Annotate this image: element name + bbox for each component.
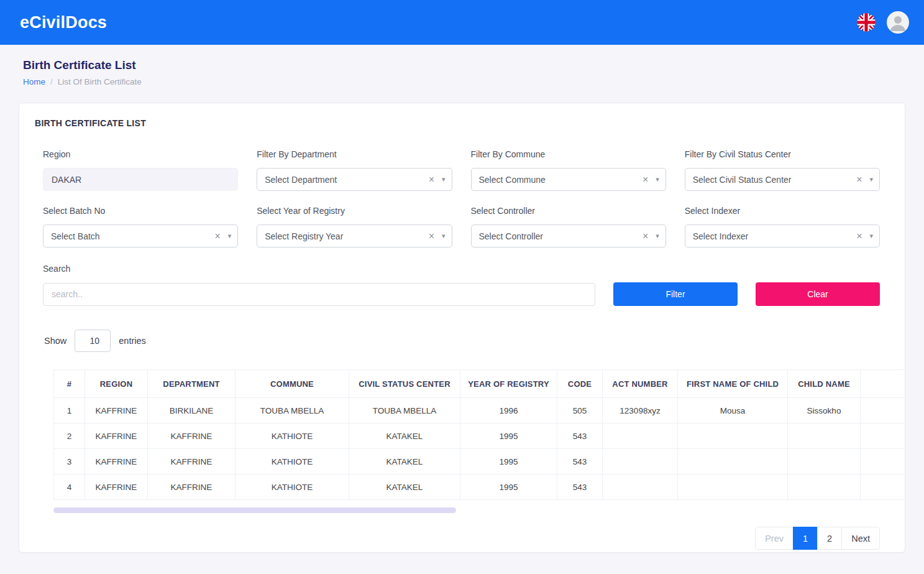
horizontal-scrollbar-thumb[interactable] <box>53 507 456 513</box>
column-header: YEAR OF REGISTRY <box>460 370 557 398</box>
chevron-down-icon[interactable]: ▾ <box>656 233 659 239</box>
indexer-select-placeholder: Select Indexer <box>693 231 749 241</box>
column-header: CODE <box>557 370 603 398</box>
chevron-down-icon[interactable]: ▾ <box>869 176 873 183</box>
filter-label: Select Controller <box>471 206 666 216</box>
table-cell: KAFFRINE <box>85 398 148 424</box>
horizontal-scrollbar[interactable] <box>53 507 886 513</box>
table-cell: 1 <box>54 398 85 424</box>
column-header: ACT NUMBER <box>603 370 678 398</box>
select-icons: ×▾ <box>429 231 446 241</box>
pagination-next-button[interactable]: Next <box>841 527 880 550</box>
civil-status-center-select-placeholder: Select Civil Status Center <box>693 175 792 185</box>
table-header-row: #REGIONDEPARTMENTCOMMUNECIVIL STATUS CEN… <box>54 370 905 398</box>
select-icons: ×▾ <box>856 231 873 241</box>
filter-label: Filter By Civil Status Center <box>685 149 880 159</box>
show-entries-after: entries <box>119 336 146 346</box>
show-entries-row: Show entries <box>44 330 905 352</box>
controller-select[interactable]: Select Controller×▾ <box>471 225 666 248</box>
commune-select[interactable]: Select Commune×▾ <box>471 168 666 191</box>
table-cell: Mousa <box>678 398 788 424</box>
column-header: REGION <box>85 370 148 398</box>
indexer-select[interactable]: Select Indexer×▾ <box>685 225 880 248</box>
filter-field-registry-year: Select Year of RegistrySelect Registry Y… <box>257 206 452 248</box>
table-cell <box>861 449 905 474</box>
breadcrumb-home-link[interactable]: Home <box>23 77 45 86</box>
table-cell <box>861 474 905 500</box>
table-cell <box>678 449 788 474</box>
table-cell: BIRKILANE <box>148 398 236 424</box>
table-wrapper: #REGIONDEPARTMENTCOMMUNECIVIL STATUS CEN… <box>53 369 905 500</box>
show-entries-before: Show <box>44 336 66 346</box>
table-cell: KAFFRINE <box>148 424 236 449</box>
pagination-prev-button[interactable]: Prev <box>755 527 794 550</box>
table-cell <box>861 398 905 424</box>
table-cell: 543 <box>557 449 603 474</box>
search-row: Filter Clear <box>43 282 880 306</box>
civil-status-center-select[interactable]: Select Civil Status Center×▾ <box>685 168 880 191</box>
table-cell: 1995 <box>460 474 557 500</box>
table-cell: 505 <box>557 398 603 424</box>
chevron-down-icon[interactable]: ▾ <box>869 233 873 239</box>
table-row: 4KAFFRINEKAFFRINEKATHIOTEKATAKEL1995543 <box>54 474 905 500</box>
table-cell: TOUBA MBELLA <box>349 398 460 424</box>
search-input[interactable] <box>43 283 595 306</box>
table-cell: 1995 <box>460 449 557 474</box>
filter-button[interactable]: Filter <box>613 282 738 306</box>
select-icons: ×▾ <box>643 175 659 185</box>
clear-selection-icon[interactable]: × <box>429 231 434 241</box>
table-cell: 4 <box>54 474 85 500</box>
chevron-down-icon[interactable]: ▾ <box>442 233 446 239</box>
entries-count-input[interactable] <box>75 330 111 352</box>
birth-certificate-panel: BIRTH CERTIFICATE LIST RegionFilter By D… <box>19 103 905 553</box>
column-header <box>861 370 905 398</box>
search-label: Search <box>43 264 880 274</box>
clear-selection-icon[interactable]: × <box>643 231 648 241</box>
table-cell <box>788 474 861 500</box>
table-cell <box>788 424 861 449</box>
clear-selection-icon[interactable]: × <box>214 231 220 241</box>
filter-label: Select Batch No <box>43 206 238 216</box>
pagination-page-2[interactable]: 2 <box>817 527 842 550</box>
column-header: COMMUNE <box>236 370 349 398</box>
clear-button[interactable]: Clear <box>756 282 880 306</box>
table-cell: TOUBA MBELLA <box>236 398 349 424</box>
table-body: 1KAFFRINEBIRKILANETOUBA MBELLATOUBA MBEL… <box>54 398 905 500</box>
app-logo: eCivilDocs <box>20 13 107 32</box>
registry-year-select[interactable]: Select Registry Year×▾ <box>257 225 452 248</box>
filter-label: Select Indexer <box>685 206 880 216</box>
table-row: 2KAFFRINEKAFFRINEKATHIOTEKATAKEL1995543 <box>54 424 905 449</box>
uk-flag-icon[interactable] <box>857 13 876 32</box>
clear-selection-icon[interactable]: × <box>429 175 434 185</box>
column-header: DEPARTMENT <box>148 370 236 398</box>
page-head: Birth Certificate List Home / List Of Bi… <box>0 45 924 86</box>
table-row: 3KAFFRINEKAFFRINEKATHIOTEKATAKEL1995543 <box>54 449 905 474</box>
department-select[interactable]: Select Department×▾ <box>257 168 452 191</box>
clear-selection-icon[interactable]: × <box>856 175 862 185</box>
table-cell: 543 <box>557 424 603 449</box>
region-input[interactable] <box>43 168 238 191</box>
clear-selection-icon[interactable]: × <box>856 231 862 241</box>
chevron-down-icon[interactable]: ▾ <box>656 176 659 183</box>
user-avatar[interactable] <box>887 11 909 34</box>
chevron-down-icon[interactable]: ▾ <box>228 233 232 239</box>
filter-label: Region <box>43 149 238 159</box>
column-header: CHILD NAME <box>788 370 861 398</box>
column-header: # <box>54 370 85 398</box>
table-cell <box>603 424 678 449</box>
batch-no-select-placeholder: Select Batch <box>51 231 100 241</box>
controller-select-placeholder: Select Controller <box>479 231 544 241</box>
table-cell: KAFFRINE <box>148 449 236 474</box>
select-icons: ×▾ <box>429 175 446 185</box>
table-cell: KATHIOTE <box>236 449 349 474</box>
pagination-page-1[interactable]: 1 <box>793 527 818 550</box>
chevron-down-icon[interactable]: ▾ <box>442 176 446 183</box>
breadcrumb-current: List Of Birth Certificate <box>58 77 142 86</box>
filter-field-department: Filter By DepartmentSelect Department×▾ <box>257 149 452 191</box>
filter-label: Filter By Department <box>257 149 452 159</box>
table-cell: KATAKEL <box>349 449 460 474</box>
top-navbar: eCivilDocs <box>0 0 924 45</box>
department-select-placeholder: Select Department <box>265 175 337 185</box>
clear-selection-icon[interactable]: × <box>643 175 648 185</box>
batch-no-select[interactable]: Select Batch×▾ <box>43 225 238 248</box>
